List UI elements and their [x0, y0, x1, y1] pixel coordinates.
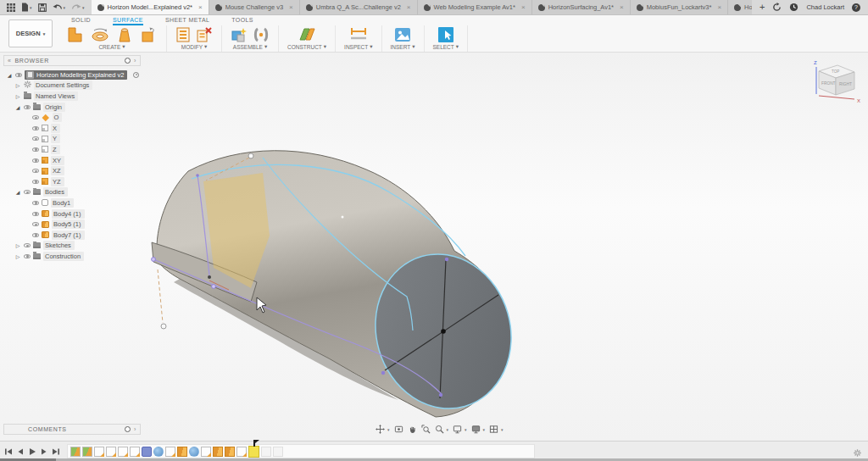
browser-row-body7[interactable]: Body7 (1) [3, 230, 141, 241]
visibility-eye-icon[interactable] [15, 73, 22, 77]
timeline-feature[interactable] [273, 447, 283, 457]
panel-expand-icon[interactable]: › [134, 58, 136, 64]
browser-row-body4[interactable]: Body4 (1) [3, 208, 141, 219]
new-component-icon[interactable] [231, 26, 248, 43]
browser-row-root[interactable]: ◢ Horizon Modeling Explained v2 [3, 69, 141, 81]
redo-caret-icon[interactable]: ▾ [82, 5, 85, 10]
expander-open-icon[interactable]: ◢ [14, 189, 21, 195]
timeline-feature[interactable] [236, 447, 247, 457]
extrude-icon[interactable] [66, 26, 85, 43]
browser-row-body1[interactable]: Body1 [3, 197, 141, 208]
select-dropdown[interactable]: SELECT ▾ [433, 43, 459, 50]
thicken-icon[interactable] [139, 26, 158, 43]
timeline-feature[interactable] [261, 447, 271, 457]
loft-icon[interactable] [115, 26, 134, 43]
select-cursor-icon[interactable] [437, 26, 455, 43]
document-tab[interactable]: Umbra Q_A Sc...Challenge v2 × [300, 0, 418, 14]
comments-header[interactable]: COMMENTS › [3, 424, 141, 435]
tab-tools[interactable]: TOOLS [231, 17, 253, 25]
construct-dropdown[interactable]: CONSTRUCT ▾ [287, 43, 326, 50]
revolve-icon[interactable] [90, 26, 110, 43]
zoom-window-icon[interactable] [421, 425, 431, 434]
comments-options-icon[interactable] [125, 426, 131, 432]
construction-endpoint[interactable] [161, 324, 166, 329]
timeline-feature[interactable] [130, 447, 140, 457]
end-face-center-point[interactable] [441, 329, 446, 334]
measure-icon[interactable] [348, 26, 369, 43]
modify-dropdown[interactable]: MODIFY ▾ [181, 43, 208, 50]
timeline-feature[interactable] [201, 447, 211, 457]
browser-header[interactable]: « BROWSER › [3, 55, 141, 66]
timeline-feature[interactable] [153, 447, 164, 457]
look-at-icon[interactable] [394, 425, 403, 434]
sync-status-icon[interactable] [772, 0, 782, 15]
visibility-eye-icon[interactable] [32, 180, 39, 184]
data-panel-grid-icon[interactable] [7, 3, 15, 12]
timeline-feature[interactable] [70, 447, 81, 457]
document-tab[interactable]: Mouse Challenge v3 × [209, 0, 300, 14]
orbit-icon[interactable] [376, 425, 385, 434]
document-tab[interactable]: Horizon Model...Explained v2* × [92, 0, 209, 14]
expander-collapsed-icon[interactable]: ▷ [14, 82, 21, 88]
browser-row-yz-plane[interactable]: YZ [3, 176, 141, 187]
file-menu-caret-icon[interactable]: ▾ [30, 5, 32, 10]
browser-row-origin[interactable]: ◢ Origin [3, 102, 141, 113]
timeline-feature[interactable] [94, 447, 104, 457]
viewports-caret-icon[interactable]: ▾ [501, 427, 504, 432]
browser-row-sketches[interactable]: ▷ Sketches [3, 241, 141, 252]
timeline-feature[interactable] [177, 447, 187, 457]
save-icon[interactable] [38, 3, 47, 12]
tab-surface[interactable]: SURFACE [113, 17, 143, 25]
pan-hand-icon[interactable] [408, 425, 417, 434]
activate-component-radio[interactable] [133, 72, 139, 78]
new-tab-icon[interactable]: + [760, 3, 765, 12]
visibility-eye-icon[interactable] [32, 126, 39, 131]
document-tab[interactable]: HorizonSurfacing_Av1* × [532, 0, 631, 14]
undo-caret-icon[interactable]: ▾ [64, 5, 66, 10]
browser-row-body5[interactable]: Body5 (1) [3, 219, 141, 230]
assemble-dropdown[interactable]: ASSEMBLE ▾ [233, 43, 267, 50]
construction-plane-icon[interactable] [297, 26, 317, 43]
browser-row-construction[interactable]: ▷ Construction [3, 251, 141, 262]
inspect-dropdown[interactable]: INSPECT ▾ [344, 43, 372, 50]
timeline-position-marker[interactable] [248, 446, 259, 458]
visibility-eye-icon[interactable] [32, 212, 39, 216]
redo-icon[interactable]: ▾ [71, 3, 85, 12]
timeline-feature[interactable] [165, 447, 175, 457]
insert-image-icon[interactable] [393, 26, 412, 43]
browser-row-origin-point[interactable]: O [3, 112, 141, 123]
visibility-eye-icon[interactable] [24, 243, 31, 247]
visibility-eye-icon[interactable] [24, 105, 31, 109]
tab-solid[interactable]: SOLID [71, 17, 91, 25]
visibility-eye-icon[interactable] [24, 190, 31, 194]
browser-row-document-settings[interactable]: ▷ Document Settings [3, 81, 141, 92]
expander-collapsed-icon[interactable]: ▷ [14, 253, 21, 259]
visibility-eye-icon[interactable] [32, 115, 39, 119]
grid-settings-icon[interactable] [471, 425, 481, 434]
timeline-feature[interactable] [82, 447, 92, 457]
visibility-eye-icon[interactable] [24, 254, 31, 258]
document-tab[interactable]: MobiusFun_Lockartv3* × [631, 0, 728, 14]
construction-endpoint[interactable] [248, 153, 253, 158]
expander-collapsed-icon[interactable]: ▷ [14, 242, 21, 248]
job-status-clock-icon[interactable] [789, 0, 798, 15]
browser-options-icon[interactable] [125, 58, 131, 64]
go-to-start-icon[interactable] [4, 447, 13, 456]
surface-body[interactable] [152, 151, 529, 425]
visibility-eye-icon[interactable] [32, 169, 39, 173]
create-dropdown[interactable]: CREATE ▾ [98, 43, 125, 50]
tab-close-icon[interactable]: × [717, 3, 721, 11]
browser-row-xy-plane[interactable]: XY [3, 155, 141, 166]
visibility-eye-icon[interactable] [32, 233, 39, 237]
browser-row-bodies[interactable]: ◢ Bodies [3, 187, 141, 198]
grid-caret-icon[interactable]: ▾ [483, 427, 486, 432]
browser-row-named-views[interactable]: ▷ Named Views [3, 91, 141, 102]
browser-row-z-axis[interactable]: Z [3, 144, 141, 155]
visibility-eye-icon[interactable] [32, 158, 39, 163]
document-tab[interactable]: Web Modeling Example Av1* × [418, 0, 532, 14]
undo-icon[interactable]: ▾ [53, 3, 66, 12]
viewports-icon[interactable] [489, 425, 498, 434]
document-tab[interactable]: Horizon Model..._Lockartv4* × [728, 0, 752, 14]
press-pull-icon[interactable] [175, 26, 191, 43]
file-menu-icon[interactable]: ▾ [21, 3, 32, 12]
